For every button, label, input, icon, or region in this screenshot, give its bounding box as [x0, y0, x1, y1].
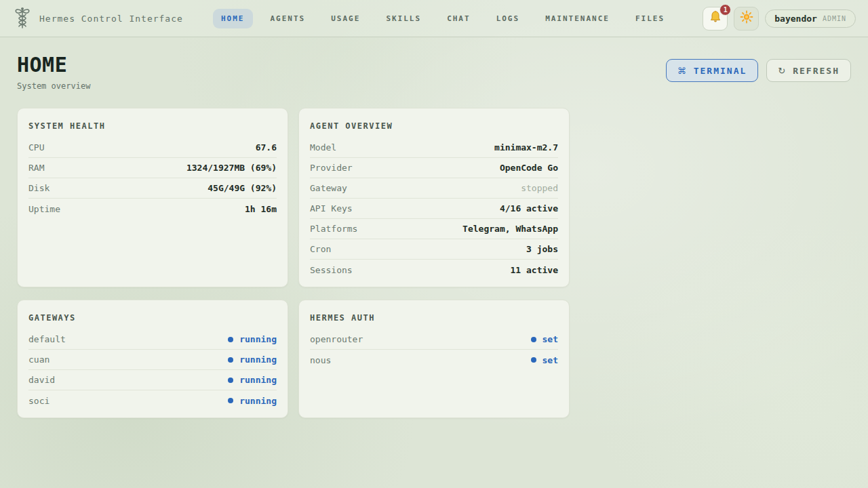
notification-badge: 1: [719, 4, 731, 16]
metric-label: Model: [310, 142, 336, 152]
nav-item-logs[interactable]: LOGS: [488, 9, 528, 28]
gateway-row-default: default running: [28, 329, 277, 350]
metric-value: Telegram, WhatsApp: [462, 224, 558, 234]
gateway-status[interactable]: running: [228, 354, 277, 365]
gateway-name: soci: [28, 396, 50, 406]
metric-label: Cron: [310, 244, 331, 254]
refresh-button[interactable]: ↻ REFRESH: [766, 59, 851, 82]
metric-row-api-keys: API Keys 4/16 active: [310, 199, 558, 219]
status-dot-icon: [228, 398, 233, 403]
nav-item-usage[interactable]: USAGE: [323, 9, 368, 28]
nav-item-agents[interactable]: AGENTS: [262, 9, 314, 28]
nav-item-home[interactable]: HOME: [213, 9, 253, 28]
status-text: set: [542, 334, 558, 344]
system-health-card: SYSTEM HEALTH CPU 67.6 RAM 1324/1927MB (…: [17, 108, 288, 287]
nav-item-maintenance[interactable]: MAINTENANCE: [537, 9, 618, 28]
card-title: GATEWAYS: [28, 313, 277, 323]
status-dot-icon: [228, 337, 233, 342]
metric-value: OpenCode Go: [500, 163, 558, 173]
main-content: HOME System overview ⌘ TERMINAL ↻ REFRES…: [0, 55, 868, 418]
status-text: running: [239, 396, 277, 406]
page-title-block: HOME System overview: [17, 55, 90, 91]
metric-label: CPU: [28, 142, 44, 152]
brand: Hermes Control Interface: [12, 6, 183, 30]
sun-icon: [740, 10, 753, 26]
command-icon: ⌘: [677, 66, 688, 76]
auth-provider-name: nous: [310, 355, 331, 365]
metric-row-gateway: Gateway stopped: [310, 178, 558, 199]
metric-label: API Keys: [310, 203, 353, 214]
refresh-icon: ↻: [778, 66, 787, 76]
metric-label: RAM: [28, 163, 44, 173]
auth-row-nous: nous set: [310, 350, 558, 370]
metric-label: Gateway: [310, 183, 347, 193]
card-title: AGENT OVERVIEW: [310, 121, 558, 131]
metric-row-disk: Disk 45G/49G (92%): [28, 178, 277, 199]
metric-value: 1324/1927MB (69%): [186, 163, 277, 173]
user-name: bayendor: [774, 14, 817, 24]
refresh-button-label: REFRESH: [793, 66, 840, 76]
metric-value: 1h 16m: [245, 204, 277, 214]
theme-toggle-button[interactable]: [734, 7, 759, 30]
status-text: running: [239, 334, 277, 344]
metric-row-ram: RAM 1324/1927MB (69%): [28, 158, 277, 178]
metric-row-sessions: Sessions 11 active: [310, 260, 558, 280]
auth-provider-name: openrouter: [310, 334, 363, 344]
card-title: SYSTEM HEALTH: [28, 121, 277, 131]
user-role-badge: ADMIN: [823, 15, 846, 22]
metric-value: 4/16 active: [500, 203, 558, 214]
status-text: set: [542, 355, 558, 365]
gateway-status[interactable]: running: [228, 334, 277, 344]
gateway-row-david: david running: [28, 370, 277, 390]
auth-status[interactable]: set: [531, 355, 558, 365]
agent-overview-card: AGENT OVERVIEW Model minimax-m2.7 Provid…: [298, 108, 570, 287]
gateway-name: cuan: [28, 354, 50, 365]
terminal-button[interactable]: ⌘ TERMINAL: [666, 59, 759, 82]
metric-label: Sessions: [310, 265, 353, 275]
metric-row-cron: Cron 3 jobs: [310, 239, 558, 260]
gateway-status[interactable]: running: [228, 396, 277, 406]
status-text: running: [239, 375, 277, 385]
metric-row-uptime: Uptime 1h 16m: [28, 199, 277, 219]
gateways-card: GATEWAYS default running cuan running da…: [17, 300, 288, 418]
gateway-status[interactable]: running: [228, 375, 277, 385]
nav-item-files[interactable]: FILES: [627, 9, 673, 28]
user-menu[interactable]: bayendor ADMIN: [765, 9, 856, 28]
page-actions: ⌘ TERMINAL ↻ REFRESH: [666, 59, 851, 82]
metric-row-provider: Provider OpenCode Go: [310, 158, 558, 178]
metric-label: Provider: [310, 163, 353, 173]
metric-label: Disk: [28, 183, 50, 193]
notifications-button[interactable]: 1: [703, 7, 728, 30]
metric-value: 3 jobs: [526, 244, 558, 254]
status-dot-icon: [228, 357, 233, 363]
page-title: HOME: [17, 55, 90, 75]
status-dot-icon: [531, 357, 536, 363]
auth-status[interactable]: set: [531, 334, 558, 344]
nav-item-skills[interactable]: SKILLS: [378, 9, 429, 28]
top-actions: 1 bayendor ADMIN: [703, 7, 856, 30]
metric-value: stopped: [521, 183, 558, 193]
cards-grid: SYSTEM HEALTH CPU 67.6 RAM 1324/1927MB (…: [17, 108, 851, 418]
metric-value: 11 active: [511, 265, 558, 275]
hermes-auth-card: HERMES AUTH openrouter set nous set: [298, 300, 570, 418]
status-text: running: [239, 354, 277, 365]
metric-value: 45G/49G (92%): [208, 183, 277, 193]
nav-item-chat[interactable]: CHAT: [439, 9, 479, 28]
status-dot-icon: [228, 378, 233, 383]
metric-value: 67.6: [256, 142, 277, 152]
metric-row-model: Model minimax-m2.7: [310, 138, 558, 158]
gateway-name: david: [28, 375, 55, 385]
card-title: HERMES AUTH: [310, 313, 558, 323]
auth-row-openrouter: openrouter set: [310, 329, 558, 350]
terminal-button-label: TERMINAL: [694, 66, 747, 76]
top-bar: Hermes Control Interface HOME AGENTS USA…: [0, 0, 868, 37]
gateway-name: default: [28, 334, 66, 344]
metric-label: Platforms: [310, 224, 357, 234]
metric-label: Uptime: [28, 204, 60, 214]
page-header: HOME System overview ⌘ TERMINAL ↻ REFRES…: [17, 55, 851, 91]
metric-value: minimax-m2.7: [494, 142, 558, 152]
gateway-row-cuan: cuan running: [28, 350, 277, 370]
gateway-row-soci: soci running: [28, 390, 277, 411]
main-nav: HOME AGENTS USAGE SKILLS CHAT LOGS MAINT…: [213, 9, 673, 28]
page-subtitle: System overview: [17, 81, 90, 91]
